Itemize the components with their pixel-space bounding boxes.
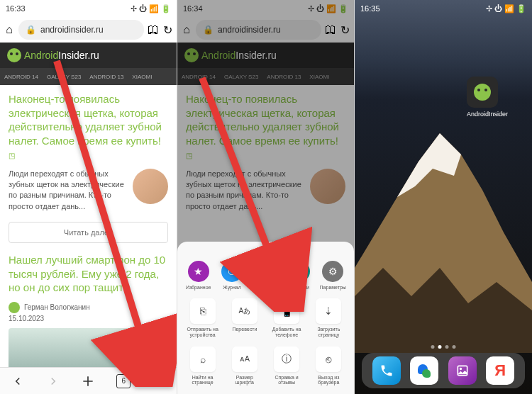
site-header: AndroidInsider.ru [0,43,177,68]
favorites-button[interactable]: ★Избранное [182,261,215,291]
send-icon: ⎘ [190,298,216,324]
translate-button[interactable]: AあПеревести [228,298,261,337]
author-row: Герман Вологжанин [9,302,168,313]
exit-icon: ⎋ [316,347,341,372]
androidinsider-app-shortcut[interactable]: AndroidInsider [467,77,498,118]
add-to-phone-button[interactable]: 📱Добавить на телефоне [270,298,303,337]
search-icon: ⌕ [190,347,216,372]
clock: 16:33 [6,4,26,13]
exit-browser-button[interactable]: ⎋Выход из браузера [312,347,345,385]
site-nav-tabs: ANDROID 14 GALAXY S23 ANDROID 13 XIAOMI [0,68,177,85]
wallpaper-mountain [355,126,532,353]
status-bar: 16:33 ✢ ⏻ 📶 🔋 [0,0,177,17]
author-avatar-icon [9,302,20,313]
address-bar: ⌂ 🔒 androidinsider.ru 🕮 ↻ [0,17,177,43]
info-icon: ⓘ [274,347,299,372]
menu-button[interactable] [150,372,168,390]
translate-icon[interactable]: 🕮 [148,25,158,35]
headline-2[interactable]: Нашел лучший смартфон до 10 тысяч рублей… [9,253,168,295]
sheet-top-row: ★Избранное ⏱Журнал ⊞Коллекция ↓Загрузки … [177,258,354,293]
bookmark-icon[interactable]: ◳ [9,152,15,159]
author-name: Герман Вологжанин [24,303,90,311]
clock: 16:35 [360,4,380,13]
browser-bottom-nav: 6 [0,367,177,394]
dock-messages-app[interactable] [410,356,438,385]
read-more-button[interactable]: Читать далее [9,222,168,243]
dock-yandex-app[interactable]: Я [486,356,514,385]
settings-button[interactable]: ⚙Параметры [316,261,349,291]
status-bar: 16:35 ✢ ⏻ 📶 🔋 [355,0,532,17]
page-indicator [431,345,456,349]
tab-android13[interactable]: ANDROID 13 [89,74,123,80]
font-size-button[interactable]: ᴀAРазмер шрифта [228,347,261,385]
refresh-icon[interactable]: ↻ [162,25,172,35]
status-icons: ✢ ⏻ 📶 🔋 [486,4,526,13]
url-text: androidinsider.ru [40,25,104,35]
headline-1[interactable]: Наконец-то появилась электрическая щетка… [9,92,168,162]
new-tab-button[interactable] [79,372,97,390]
tab-android14[interactable]: ANDROID 14 [4,74,38,80]
download-page-button[interactable]: ⇣Загрузить страницу [312,298,345,337]
screenshot-3-homescreen: 16:35 ✢ ⏻ 📶 🔋 AndroidInsider Я [355,0,532,394]
article-content: Наконец-то появилась электрическая щетка… [0,85,177,392]
url-field[interactable]: 🔒 androidinsider.ru [18,20,144,40]
sheet-handle[interactable] [256,249,276,251]
android-logo-icon [7,48,21,62]
tab-galaxy-s23[interactable]: GALAXY S23 [47,74,81,80]
downloads-button[interactable]: ↓Загрузки [283,261,316,291]
send-to-devices-button[interactable]: ⎘Отправить на устройства [187,298,219,337]
sheet-grid-row-1: ⎘Отправить на устройства AあПеревести 📱До… [177,296,354,340]
app-icon [467,77,498,108]
status-icons: ✢ ⏻ 📶 🔋 [131,4,171,13]
screenshot-2: 16:34 ✢ ⏻ 📶 🔋 ⌂ 🔒 androidinsider.ru 🕮 ↻ … [177,0,355,394]
collection-button[interactable]: ⊞Коллекция [249,261,282,291]
dock-gallery-app[interactable] [448,356,477,385]
tabs-button[interactable]: 6 [114,372,133,390]
screenshot-1: 16:33 ✢ ⏻ 📶 🔋 ⌂ 🔒 androidinsider.ru 🕮 ↻ … [0,0,177,394]
lock-icon: 🔒 [26,25,36,35]
article-thumbnail [133,169,168,204]
article-date: 15.10.2023 [9,315,168,322]
excerpt-1: Люди переходят с обычных зубных щеток на… [9,169,126,213]
site-name: AndroidInsider.ru [24,50,99,61]
dock: Я [362,353,525,388]
bottom-sheet: ★Избранное ⏱Журнал ⊞Коллекция ↓Загрузки … [177,242,354,394]
back-button[interactable] [9,372,27,390]
find-on-page-button[interactable]: ⌕Найти на странице [187,347,219,385]
history-button[interactable]: ⏱Журнал [216,261,248,291]
home-icon[interactable]: ⌂ [4,25,14,35]
phone-add-icon: 📱 [274,298,299,324]
sheet-grid-row-2: ⌕Найти на странице ᴀAРазмер шрифта ⓘСпра… [177,344,354,388]
dock-phone-app[interactable] [372,356,401,385]
tab-xiaomi[interactable]: XIAOMI [132,74,152,80]
translate-icon: Aあ [232,298,257,324]
help-feedback-button[interactable]: ⓘСправка и отзывы [270,347,303,385]
download-icon: ⇣ [316,298,341,324]
app-label: AndroidInsider [467,111,498,118]
forward-button[interactable] [44,372,62,390]
svg-point-3 [460,368,462,370]
font-size-icon: ᴀA [232,347,257,372]
android-logo-icon [474,84,491,101]
